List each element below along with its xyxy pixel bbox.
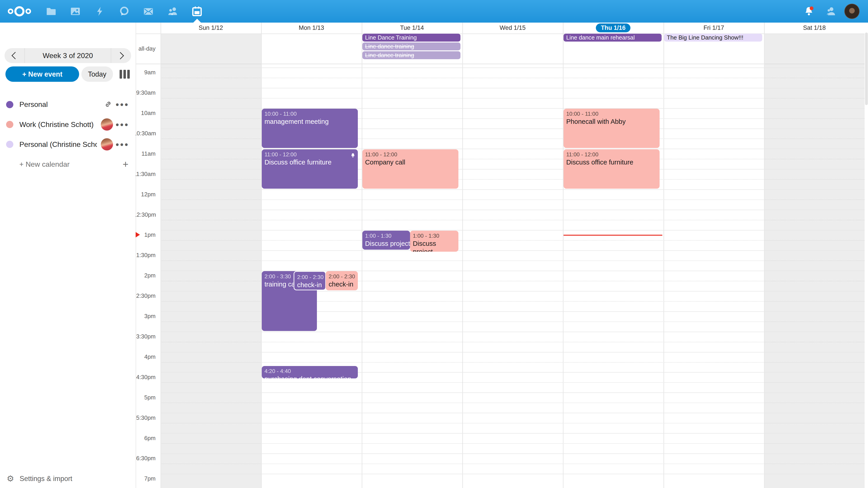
event-title: Discuss office furniture: [566, 158, 657, 166]
top-bar: [0, 0, 868, 23]
grid-line: [160, 230, 865, 230]
calendar-list-item[interactable]: Personal (Christine Scho...●●●: [0, 134, 135, 154]
week-label[interactable]: Week 3 of 2020: [24, 48, 112, 63]
chevron-left-icon: [11, 52, 19, 59]
time-axis-label: 10:30am: [133, 130, 156, 137]
all-day-event[interactable]: Line dance training: [362, 42, 460, 51]
time-axis-label: 5:30pm: [133, 415, 156, 421]
nextcloud-logo-icon: [7, 5, 32, 18]
day-header[interactable]: Sun 1/12: [160, 23, 261, 33]
grid-line: [160, 260, 865, 261]
event-time: 2:00 - 2:30: [297, 273, 323, 281]
new-calendar-button[interactable]: + New calendar+: [0, 154, 135, 174]
person-icon: [825, 6, 836, 17]
app-mail[interactable]: [136, 0, 160, 23]
current-time-marker: [135, 232, 140, 237]
grid-line: [160, 413, 865, 413]
time-axis-label: 6:30pm: [133, 455, 156, 462]
event[interactable]: 2:00 - 2:30check-in: [326, 271, 358, 290]
app-contacts[interactable]: [160, 0, 185, 23]
today-button[interactable]: Today: [81, 66, 113, 82]
calendar-actions-menu[interactable]: ●●●: [116, 101, 129, 108]
grid-line: [160, 433, 865, 433]
talk-bubble-icon: [119, 6, 129, 17]
calendar-icon: [191, 6, 203, 17]
calendar-name: Personal: [20, 100, 48, 109]
event[interactable]: 2:00 - 2:30check-in: [293, 271, 326, 290]
grid-line: [160, 443, 865, 444]
all-day-event[interactable]: The Big Line Dancing Show!!!: [664, 34, 762, 41]
grid-line: [160, 474, 865, 474]
plus-icon: +: [123, 159, 128, 170]
day-header[interactable]: Mon 1/13: [261, 23, 362, 33]
event[interactable]: 11:00 - 12:00Discuss office furniture: [563, 149, 659, 189]
grid-line: [160, 402, 865, 403]
time-axis-label: 2pm: [133, 272, 156, 279]
settings-label: Settings & import: [20, 475, 72, 483]
settings-import-button[interactable]: ⚙ Settings & import: [0, 469, 135, 488]
event-time: 10:00 - 11:00: [265, 110, 355, 118]
bell-icon: [803, 6, 814, 17]
grid-line: [160, 352, 865, 352]
grid-line: [160, 342, 865, 342]
time-axis-label: 12pm: [133, 191, 156, 198]
event[interactable]: 11:00 - 12:00Discuss office furniture: [262, 149, 358, 189]
grid-line: [160, 210, 865, 210]
event[interactable]: 11:00 - 12:00Company call: [362, 149, 458, 189]
notifications-button[interactable]: [798, 0, 820, 23]
column-separator: [663, 23, 664, 488]
time-axis-label: 9am: [133, 69, 156, 76]
share-link-icon[interactable]: [104, 100, 112, 108]
event-title: check-in: [329, 280, 356, 289]
event-time: 1:00 - 1:30: [365, 232, 408, 239]
column-separator: [160, 23, 161, 488]
grid-line: [160, 382, 865, 383]
event[interactable]: 1:00 - 1:30Discuss project announcement: [362, 231, 410, 250]
all-day-event[interactable]: Line Dance Training: [362, 34, 460, 41]
day-header[interactable]: Thu 1/16: [563, 23, 663, 33]
event-title: Phonecall with Abby: [566, 118, 657, 126]
calendar-name: Work (Christine Schott): [20, 121, 94, 129]
contacts-menu-button[interactable]: [820, 0, 842, 23]
calendar-list-item[interactable]: Personal●●●: [0, 95, 135, 115]
app-photos[interactable]: [63, 0, 88, 23]
event-title: management meeting: [265, 118, 355, 126]
day-header[interactable]: Wed 1/15: [462, 23, 563, 33]
new-event-button[interactable]: + New event: [5, 66, 79, 82]
day-header[interactable]: Sat 1/18: [764, 23, 865, 33]
view-toggle-button[interactable]: [120, 70, 130, 78]
event-time: 4:20 - 4:40: [265, 367, 355, 375]
calendar-actions-menu[interactable]: ●●●: [116, 141, 129, 148]
all-day-event[interactable]: Line dance main rehearsal: [563, 34, 662, 41]
nextcloud-logo[interactable]: [6, 5, 32, 18]
calendar-name: Personal (Christine Scho...: [20, 140, 97, 149]
event[interactable]: 4:20 - 4:40purchasing dept conversation: [262, 366, 358, 379]
time-axis-label: 4pm: [133, 354, 156, 360]
lightning-icon: [94, 6, 105, 17]
app-files[interactable]: [39, 0, 63, 23]
next-week-button[interactable]: [111, 48, 131, 63]
view-bar-icon: [127, 70, 130, 78]
event[interactable]: 1:00 - 1:30Discuss project announcement: [410, 231, 458, 252]
event-time: 11:00 - 12:00: [365, 151, 456, 158]
calendar-actions-menu[interactable]: ●●●: [116, 121, 129, 128]
grid-line: [160, 362, 865, 363]
scrollbar-thumb[interactable]: [865, 33, 868, 105]
all-day-event[interactable]: Line dance training: [362, 51, 460, 59]
alarm-bell-icon: [350, 151, 355, 161]
time-axis-label: 1:30pm: [133, 252, 156, 258]
event[interactable]: 10:00 - 11:00Phonecall with Abby: [563, 109, 659, 148]
user-avatar[interactable]: [844, 4, 860, 19]
app-activity[interactable]: [88, 0, 112, 23]
previous-week-button[interactable]: [4, 48, 24, 63]
event-title: purchasing dept conversation: [265, 375, 355, 378]
event[interactable]: 10:00 - 11:00management meeting: [262, 109, 358, 148]
app-talk[interactable]: [112, 0, 136, 23]
grid-line: [160, 392, 865, 393]
grid-line: [160, 240, 865, 240]
day-header[interactable]: Fri 1/17: [663, 23, 764, 33]
calendar-list-item[interactable]: Work (Christine Schott)●●●: [0, 115, 135, 134]
event-time: 11:00 - 12:00: [566, 151, 657, 158]
time-axis-label: 6pm: [133, 435, 156, 442]
day-header[interactable]: Tue 1/14: [362, 23, 462, 33]
